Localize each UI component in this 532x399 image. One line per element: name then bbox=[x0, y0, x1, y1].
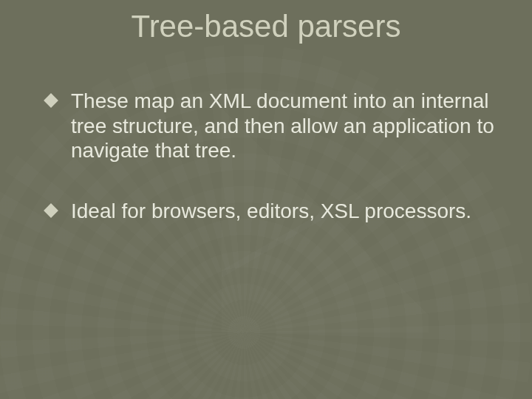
slide: Tree-based parsers These map an XML docu… bbox=[0, 0, 532, 399]
slide-title: Tree-based parsers bbox=[0, 9, 532, 44]
slide-body: These map an XML document into an intern… bbox=[46, 89, 502, 259]
bullet-text: Ideal for browsers, editors, XSL process… bbox=[71, 200, 471, 222]
bullet-item: These map an XML document into an intern… bbox=[46, 89, 502, 163]
bullet-text: These map an XML document into an intern… bbox=[71, 89, 494, 162]
diamond-bullet-icon bbox=[44, 203, 58, 218]
bullet-item: Ideal for browsers, editors, XSL process… bbox=[46, 199, 502, 224]
diamond-bullet-icon bbox=[44, 93, 58, 108]
